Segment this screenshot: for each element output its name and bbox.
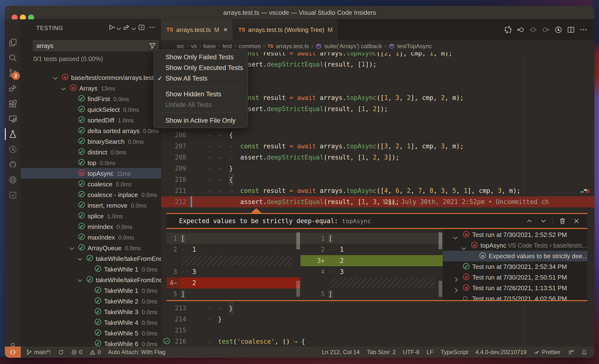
test-tree-item[interactable]: ✓splice1.0ms <box>21 211 161 221</box>
test-tree-item[interactable]: ×base/test/common/arrays.test.ts13ms <box>21 72 161 83</box>
test-tree-item[interactable]: ✓ArrayQueue0.0ms <box>21 242 161 253</box>
branch-status[interactable]: main*! <box>26 349 51 355</box>
breadcrumb-item[interactable]: vs <box>191 43 197 50</box>
line-number: 208 <box>161 152 186 163</box>
diff-scrollbar-thumb[interactable] <box>296 232 300 249</box>
test-tree-item[interactable]: ✓TakeWhile 10.0ms <box>21 264 161 275</box>
breadcrumb-item[interactable]: base <box>203 43 216 50</box>
activity-item-source-control[interactable]: 2 <box>5 65 21 81</box>
test-tree-item[interactable]: ✓takeWhile/takeFromEndWhile0.0ms <box>21 253 161 264</box>
diff-pane-expected[interactable]: 1[2·· 13+·· 24·· 35] <box>300 229 443 300</box>
editor-toolbar-next-change-button[interactable] <box>541 25 551 35</box>
errors-status[interactable]: 0 <box>71 349 82 355</box>
test-tree-item[interactable]: ✓TakeWhile 60.0ms <box>21 338 161 346</box>
title-bar[interactable]: arrays.test.ts — vscode — Visual Studio … <box>5 6 594 19</box>
notifications-button[interactable] <box>581 349 587 355</box>
peek-close-button[interactable] <box>572 216 581 226</box>
prettier-status[interactable]: Prettier <box>534 349 561 355</box>
test-tree-item[interactable]: ✓findFirst0.0ms <box>21 93 161 104</box>
activity-item-remote-explorer[interactable] <box>5 111 21 127</box>
activity-item-explorer[interactable] <box>5 35 21 50</box>
activity-item-azure[interactable] <box>5 172 21 187</box>
menu-item[interactable]: Show Hidden Tests <box>154 89 248 99</box>
testing-toolbar-run-all-button[interactable] <box>107 23 121 32</box>
test-tree-item[interactable]: ✓coalesce0.0ms <box>21 179 161 189</box>
activity-item-extensions[interactable] <box>5 96 21 111</box>
activity-item-timeline[interactable] <box>5 142 21 157</box>
test-run-item[interactable]: ×topAsync VS Code Tests › base/test/c… <box>443 240 587 251</box>
test-run-item[interactable]: Test run at 7/15/2021, 4:02:56 PM <box>443 293 587 300</box>
test-tree-item[interactable]: ✓TakeWhile 40.0ms <box>21 317 161 328</box>
testing-toolbar-more-button[interactable] <box>148 23 157 32</box>
feedback-button[interactable] <box>568 349 574 355</box>
test-tree-item[interactable]: ✓top0.0ms <box>21 157 161 168</box>
test-run-item[interactable]: ×Expected values to be strictly dee… <box>443 251 587 261</box>
editor-toolbar-timeline-button[interactable] <box>553 25 564 35</box>
test-tree-item[interactable]: ✓coalesce - inplace0.0ms <box>21 189 161 200</box>
indent-dots: ·· <box>181 268 192 275</box>
filter-icon[interactable] <box>148 42 157 50</box>
breadcrumb-item[interactable]: suite('Arrays') callback <box>324 43 382 50</box>
test-tree-item[interactable]: ×topAsync11ms <box>21 168 161 179</box>
activity-item-search[interactable] <box>5 50 21 66</box>
peek-previous-match-button[interactable] <box>525 216 534 226</box>
testing-toolbar-open-output-button[interactable] <box>137 23 146 32</box>
menu-item[interactable]: Show in Active File Only <box>154 115 248 126</box>
activity-item-run-debug[interactable] <box>5 80 21 96</box>
indentation-status[interactable]: Tab Size: 2 <box>367 349 396 355</box>
menu-item[interactable]: Show Only Executed Tests <box>154 62 248 73</box>
editor-tab[interactable]: TSarrays.test.ts (Working Tree)M <box>233 19 338 40</box>
test-tree-item[interactable]: ✓maxIndex0.0ms <box>21 232 161 242</box>
test-tree-item[interactable]: ×Arrays13ms <box>21 83 161 93</box>
test-tree-item[interactable]: ✓TakeWhile 10.0ms <box>21 285 161 296</box>
test-tree-item[interactable]: ✓TakeWhile 50.0ms <box>21 328 161 338</box>
test-tree-item[interactable]: ✓minIndex0.0ms <box>21 221 161 232</box>
editor-toolbar-compare-changes-button[interactable] <box>503 25 513 35</box>
test-run-item[interactable]: ×Test run at 7/26/2021, 1:13:51 PM <box>443 283 587 293</box>
test-filter-input[interactable] <box>33 42 148 49</box>
diff-pane-actual[interactable]: 1[2·· 13·· 34−·· 25] <box>167 229 300 300</box>
peek-trash-button[interactable] <box>558 216 567 226</box>
activity-item-tasks[interactable] <box>5 187 21 203</box>
close-tab-icon[interactable]: × <box>224 26 227 34</box>
eol-status[interactable]: LF <box>427 349 433 355</box>
activity-item-testing[interactable] <box>5 126 21 142</box>
remote-indicator[interactable] <box>5 346 21 358</box>
cursor-position[interactable]: Ln 212, Col 14 <box>322 349 360 355</box>
warnings-status[interactable]: 0 <box>89 349 101 355</box>
editor-toolbar-split-editor-button[interactable] <box>566 25 576 35</box>
test-tree-item[interactable]: ✓sortedDiff1.0ms <box>21 115 161 125</box>
language-status[interactable]: TypeScript <box>441 349 468 355</box>
menu-item[interactable]: Show All Tests✓ <box>154 73 248 84</box>
testing-toolbar-debug-all-button[interactable] <box>122 23 135 32</box>
breadcrumb-item[interactable]: common <box>238 43 261 50</box>
editor-tab[interactable]: TSarrays.test.tsM× <box>161 19 233 40</box>
test-run-item[interactable]: ✓Test run at 7/30/2021, 2:52:34 PM <box>443 261 587 272</box>
test-tree-item[interactable]: ✓TakeWhile 20.0ms <box>21 296 161 306</box>
auto-attach-status[interactable]: Auto Attach: With Flag <box>108 349 166 355</box>
breadcrumb-item[interactable]: testTopAsync <box>397 43 432 50</box>
test-tree-item[interactable]: ✓delta sorted arrays0.0ms <box>21 125 161 136</box>
editor-toolbar-current-change-button[interactable] <box>528 25 538 35</box>
activity-item-github[interactable] <box>5 157 21 172</box>
test-run-item[interactable]: ×Test run at 7/30/2021, 2:52:52 PM <box>443 230 587 240</box>
editor-toolbar-previous-change-button[interactable] <box>516 25 526 35</box>
ts-version-status[interactable]: 4.4.0-dev.20210719 <box>475 349 527 355</box>
test-run-item[interactable]: ×Test run at 7/30/2021, 2:50:51 PM <box>443 272 587 283</box>
test-tree-item[interactable]: ✓binarySearch0.0ms <box>21 136 161 147</box>
encoding-status[interactable]: UTF-8 <box>403 349 420 355</box>
test-tree-item[interactable]: ✓distinct0.0ms <box>21 147 161 157</box>
test-tree-item[interactable]: ✓TakeWhile 30.0ms <box>21 306 161 317</box>
peek-next-match-button[interactable] <box>539 216 548 226</box>
breadcrumb-item[interactable]: test <box>223 43 232 50</box>
editor-toolbar-more-button[interactable] <box>578 25 589 35</box>
gutter-test-pass-icon[interactable]: ✓ <box>164 338 170 344</box>
sync-status[interactable] <box>58 349 64 355</box>
test-tree-item[interactable]: ✓takeWhile/takeFromEndWhile monotonous0.… <box>21 275 161 285</box>
breadcrumb-item[interactable]: src <box>176 43 184 50</box>
test-tree-item[interactable]: ✓insert, remove0.0ms <box>21 200 161 211</box>
test-tree-item[interactable]: ✓quickSelect0.0ms <box>21 104 161 115</box>
menu-item[interactable]: Show Only Failed Tests <box>154 52 248 62</box>
diff-scrollbar-thumb[interactable] <box>439 232 442 249</box>
breadcrumb-item[interactable]: arrays.test.ts <box>276 43 309 50</box>
